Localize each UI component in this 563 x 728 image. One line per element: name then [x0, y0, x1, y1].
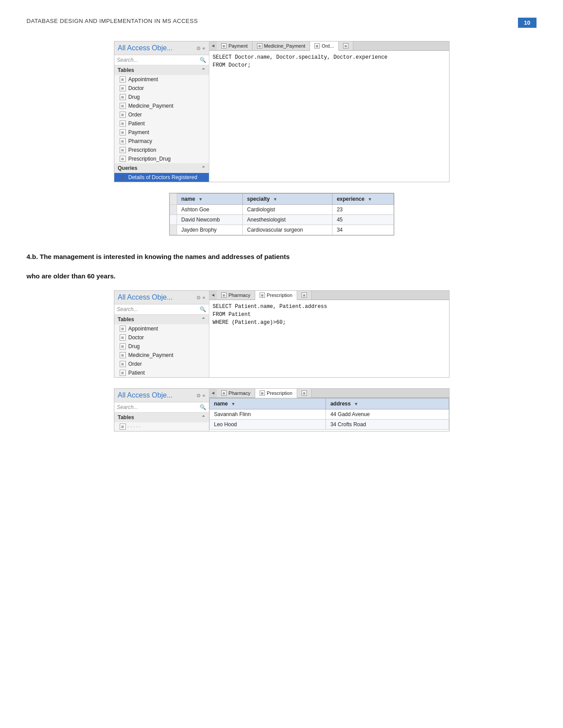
- collapse-tables-icon-1[interactable]: ⌃: [201, 68, 205, 73]
- results-panel-3: ◄ ⊞ Pharmacy ⊞ Prescription ⊞ name ▼ a: [209, 389, 449, 431]
- tab-table-icon: ⊞: [302, 390, 307, 396]
- sql-content-2[interactable]: SELECT Patient.name, Patient.address FRO…: [209, 300, 449, 377]
- table-item-order-2[interactable]: ⊞ Order: [114, 360, 209, 368]
- access-panel-3: All Access Obje... ⊙ « Search... 🔍 Table…: [114, 389, 209, 431]
- table-row: Savannah Flinn 44 Gadd Avenue: [209, 409, 449, 420]
- access-search-bar-2[interactable]: Search... 🔍: [114, 304, 209, 315]
- table-label: Medicine_Payment: [128, 103, 174, 109]
- section2-text: 4.b. The management is interested in kno…: [26, 251, 537, 281]
- col-header-specialty[interactable]: specialty ▼: [242, 194, 332, 205]
- table-label: Drug: [128, 343, 140, 349]
- sql-tab-payment[interactable]: ⊞ Payment: [217, 41, 252, 50]
- sql-tab-pharmacy-2[interactable]: ⊞ Pharmacy: [217, 291, 255, 300]
- sql-tab-more-2[interactable]: ⊞: [297, 291, 312, 300]
- col-header-name-3[interactable]: name ▼: [209, 398, 326, 409]
- queries-label-1: Queries: [118, 165, 138, 171]
- table-label: Order: [128, 112, 142, 118]
- table-icon: ⊞: [120, 138, 126, 144]
- table-item-payment-1[interactable]: ⊞ Payment: [114, 128, 209, 137]
- table-item-doctor-1[interactable]: ⊞ Doctor: [114, 84, 209, 93]
- access-title-2: All Access Obje...: [118, 293, 173, 301]
- tab-left-arrow-3[interactable]: ◄: [209, 389, 217, 398]
- access-title-3: All Access Obje...: [118, 391, 173, 399]
- cell-specialty: Anesthesiologist: [242, 215, 332, 225]
- tables-header-1[interactable]: Tables ⌃: [114, 65, 209, 75]
- table-item-pharmacy-1[interactable]: ⊞ Pharmacy: [114, 137, 209, 146]
- col-header-address-3[interactable]: address ▼: [326, 398, 449, 409]
- table-icon: ⊞: [120, 103, 126, 109]
- table-item-drug-2[interactable]: ⊞ Drug: [114, 342, 209, 351]
- tab-left-arrow-2[interactable]: ◄: [209, 291, 217, 300]
- table-icon-dots: ⊞: [120, 424, 126, 430]
- collapse-tables-icon-2[interactable]: ⌃: [201, 317, 205, 323]
- sql-tab-ord[interactable]: ⊞ Ord...: [310, 41, 339, 51]
- table-item-prescription-1[interactable]: ⊞ Prescription: [114, 146, 209, 154]
- search-icon-1[interactable]: 🔍: [200, 57, 206, 63]
- sql-tabs-1: ◄ ⊞ Payment ⊞ Medicine_Payment ⊞ Ord... …: [209, 41, 449, 51]
- collapse-left-icon[interactable]: «: [202, 45, 205, 51]
- page-header: DATABASE DESIGN AND IMPLEMENTATION IN MS…: [26, 18, 537, 28]
- collapse-tables-icon-3[interactable]: ⌃: [201, 415, 205, 420]
- row-selector: [170, 215, 177, 225]
- table-label: Doctor: [128, 334, 144, 341]
- access-search-bar-1[interactable]: Search... 🔍: [114, 55, 209, 65]
- sql-tabs-2: ◄ ⊞ Pharmacy ⊞ Prescription ⊞: [209, 291, 449, 300]
- tables-header-2[interactable]: Tables ⌃: [114, 315, 209, 324]
- query-item-doctors[interactable]: 🗒 Details of Doctors Registered: [114, 173, 209, 182]
- access-title-bar-3: All Access Obje... ⊙ «: [114, 389, 209, 402]
- cell-address-3b: 34 Crofts Road: [326, 420, 449, 430]
- search-icon-3[interactable]: 🔍: [200, 404, 206, 410]
- query-icon: 🗒: [120, 174, 126, 180]
- table-item-patient-1[interactable]: ⊞ Patient: [114, 119, 209, 128]
- tables-label-3: Tables: [118, 414, 134, 420]
- search-icon-2[interactable]: 🔍: [200, 306, 206, 312]
- access-title-bar-1: All Access Obje... ⊙ «: [114, 41, 209, 55]
- sql-panel-2: ◄ ⊞ Pharmacy ⊞ Prescription ⊞ SELECT Pat…: [209, 291, 449, 377]
- search-text-3: Search...: [117, 404, 200, 410]
- table-item-order-1[interactable]: ⊞ Order: [114, 110, 209, 119]
- tab-left-arrow[interactable]: ◄: [209, 41, 217, 50]
- tab-table-icon: ⊞: [221, 43, 227, 49]
- collapse-left-icon-3[interactable]: «: [202, 393, 205, 398]
- table-item-appointment-2[interactable]: ⊞ Appointment: [114, 324, 209, 333]
- table-label: Prescription_Drug: [128, 156, 171, 162]
- table-item-appointment-1[interactable]: ⊞ Appointment: [114, 75, 209, 84]
- collapse-queries-icon[interactable]: ⌃: [201, 165, 205, 171]
- circle-icon-3: ⊙: [196, 393, 200, 398]
- table-item-patient-2[interactable]: ⊞ Patient: [114, 368, 209, 377]
- table-item-prescriptiondrug-1[interactable]: ⊞ Prescription_Drug: [114, 154, 209, 163]
- col-header-experience[interactable]: experience ▼: [332, 194, 393, 205]
- tab-label-pharmacy-2: Pharmacy: [228, 293, 250, 298]
- section1: All Access Obje... ⊙ « Search... 🔍 Table…: [26, 41, 537, 236]
- access-title-bar-2: All Access Obje... ⊙ «: [114, 291, 209, 304]
- table-item-medicinepayment-1[interactable]: ⊞ Medicine_Payment: [114, 101, 209, 110]
- sql-tab-prescription-2[interactable]: ⊞ Prescription: [255, 291, 297, 300]
- sql-content-1[interactable]: SELECT Doctor.name, Doctor.specialty, Do…: [209, 51, 449, 182]
- table-label: Appointment: [128, 76, 158, 83]
- collapse-left-icon-2[interactable]: «: [202, 295, 205, 300]
- col-header-name-1[interactable]: name ▼: [177, 194, 242, 205]
- tab-table-icon: ⊞: [257, 43, 262, 49]
- sql-tab-more[interactable]: ⊞: [339, 41, 353, 50]
- table-label: Patient: [128, 370, 145, 376]
- queries-header-1[interactable]: Queries ⌃: [114, 163, 209, 173]
- access-search-bar-3[interactable]: Search... 🔍: [114, 402, 209, 413]
- table-item-medicinepayment-2[interactable]: ⊞ Medicine_Payment: [114, 351, 209, 360]
- table-icon: ⊞: [120, 85, 126, 91]
- search-text-1: Search...: [117, 57, 200, 63]
- search-text-2: Search...: [117, 306, 200, 312]
- sql-tab-pharmacy-3[interactable]: ⊞ Pharmacy: [217, 389, 255, 398]
- access-title-icons-2: ⊙ «: [196, 295, 205, 300]
- table-item-drug-1[interactable]: ⊞ Drug: [114, 93, 209, 101]
- tab-label-payment: Payment: [228, 43, 247, 49]
- results-table-wrapper-1: name ▼ specialty ▼ experience ▼ Ashton G…: [169, 193, 394, 236]
- sql-tab-prescription-3[interactable]: ⊞ Prescription: [255, 389, 297, 398]
- sql-tab-medicinepayment[interactable]: ⊞ Medicine_Payment: [253, 41, 310, 50]
- table-label: Payment: [128, 129, 149, 135]
- sql-tab-more-3[interactable]: ⊞: [297, 389, 312, 398]
- cell-name: David Newcomb: [177, 215, 242, 225]
- table-item-doctor-2[interactable]: ⊞ Doctor: [114, 333, 209, 342]
- circle-icon-2: ⊙: [196, 295, 200, 300]
- table-row: Leo Hood 34 Crofts Road: [209, 420, 449, 430]
- tables-header-3[interactable]: Tables ⌃: [114, 413, 209, 422]
